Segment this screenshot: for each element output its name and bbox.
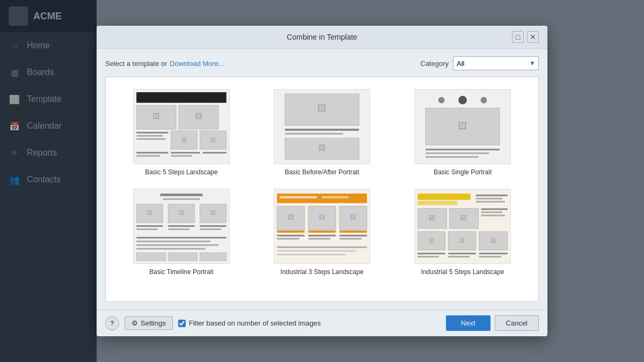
svg-text:🖼: 🖼 <box>429 238 434 243</box>
svg-rect-67 <box>308 231 335 233</box>
template-thumb-basicbeforeafter: 🖼 🖼 <box>274 89 370 164</box>
svg-rect-43 <box>136 225 163 227</box>
template-item-basicbeforeafter[interactable]: 🖼 🖼 Basic Before/After Portrait <box>252 83 392 182</box>
svg-rect-82 <box>476 198 502 200</box>
footer-left: ? ⚙ Settings Filter based on number of s… <box>105 316 321 330</box>
template-item-basic5steps[interactable]: 🖼 🖼 🖼 🖼 <box>111 83 252 182</box>
svg-rect-81 <box>476 195 508 196</box>
template-item-basictimeline[interactable]: 🖼 🖼 🖼 <box>111 182 252 282</box>
svg-text:🖼: 🖼 <box>181 137 187 143</box>
svg-text:🖼: 🖼 <box>152 112 160 120</box>
filter-row: Filter based on number of selected image… <box>178 319 321 327</box>
svg-text:🖼: 🖼 <box>459 238 465 243</box>
svg-text:🖼: 🖼 <box>210 137 216 143</box>
maximize-button[interactable]: □ <box>512 31 524 43</box>
template-name-industrial3: Industrial 3 Steps Landscape <box>281 268 364 276</box>
svg-rect-54 <box>168 253 197 261</box>
footer-right: Next Cancel <box>446 315 539 331</box>
svg-rect-99 <box>448 253 475 254</box>
svg-rect-44 <box>136 228 157 230</box>
svg-text:🖼: 🖼 <box>317 103 327 114</box>
svg-rect-66 <box>277 231 304 233</box>
download-more-link[interactable]: Download More... <box>170 60 224 68</box>
template-item-industrial3[interactable]: 🖼 🖼 🖼 <box>252 182 392 282</box>
svg-text:🖼: 🖼 <box>491 238 496 243</box>
dialog-top-bar: Select a template or Download More... Ca… <box>105 56 539 70</box>
svg-rect-73 <box>340 235 367 237</box>
template-thumb-industrial5: 🖼 🖼 🖼 🖼 <box>414 189 511 264</box>
svg-rect-98 <box>418 256 438 257</box>
svg-rect-88 <box>481 208 508 210</box>
category-select-wrapper: All Basic Industrial Modern ▼ <box>453 56 539 70</box>
svg-rect-90 <box>481 215 505 216</box>
svg-rect-7 <box>136 135 163 137</box>
filter-label: Filter based on number of selected image… <box>189 319 321 327</box>
svg-rect-48 <box>200 228 221 230</box>
svg-rect-31 <box>426 149 500 150</box>
template-name-industrial5: Industrial 5 Steps Landscape <box>421 268 504 276</box>
svg-rect-79 <box>418 194 471 200</box>
svg-rect-80 <box>418 201 457 205</box>
svg-rect-75 <box>277 246 367 248</box>
gear-icon: ⚙ <box>131 319 138 327</box>
svg-rect-47 <box>200 225 226 227</box>
svg-text:🖼: 🖼 <box>319 213 325 221</box>
svg-rect-32 <box>426 152 489 154</box>
template-item-basicsingle[interactable]: 🖼 Basic Single Portrait <box>392 83 533 182</box>
svg-rect-46 <box>168 228 189 230</box>
svg-rect-74 <box>340 238 362 240</box>
template-thumb-basictimeline: 🖼 🖼 🖼 <box>133 189 230 264</box>
next-button[interactable]: Next <box>446 315 491 331</box>
template-name-basicbeforeafter: Basic Before/After Portrait <box>285 168 360 176</box>
dialog-body: Select a template or Download More... Ca… <box>97 49 547 309</box>
svg-rect-70 <box>277 238 299 240</box>
svg-text:🖼: 🖼 <box>195 112 202 120</box>
svg-rect-100 <box>448 256 469 257</box>
settings-button[interactable]: ⚙ Settings <box>125 316 173 330</box>
svg-rect-68 <box>340 231 367 233</box>
svg-text:🖼: 🖼 <box>179 210 184 216</box>
category-row: Category All Basic Industrial Modern ▼ <box>420 56 539 70</box>
svg-rect-1 <box>136 92 226 103</box>
help-button[interactable]: ? <box>105 316 119 330</box>
dialog-overlay: Combine in Template □ ✕ Select a templat… <box>0 0 644 362</box>
svg-point-27 <box>438 97 445 104</box>
cancel-button[interactable]: Cancel <box>495 315 539 331</box>
dialog-footer: ? ⚙ Settings Filter based on number of s… <box>97 309 547 336</box>
settings-label: Settings <box>141 319 166 327</box>
svg-rect-21 <box>285 129 359 131</box>
svg-rect-72 <box>308 238 330 240</box>
svg-rect-83 <box>476 201 505 203</box>
svg-rect-50 <box>136 241 210 242</box>
svg-rect-16 <box>171 155 192 157</box>
category-label: Category <box>420 60 449 68</box>
help-icon: ? <box>110 319 114 327</box>
close-button[interactable]: ✕ <box>527 31 539 43</box>
svg-rect-13 <box>136 152 168 153</box>
templates-scroll-area[interactable]: 🖼 🖼 🖼 🖼 <box>105 77 539 302</box>
dialog-title-controls: □ ✕ <box>512 31 539 43</box>
svg-rect-102 <box>479 256 501 257</box>
svg-rect-71 <box>308 235 335 237</box>
svg-rect-52 <box>136 248 205 249</box>
svg-rect-17 <box>202 152 226 153</box>
template-thumb-basic5steps: 🖼 🖼 🖼 🖼 <box>133 89 230 164</box>
svg-text:🖼: 🖼 <box>288 213 294 221</box>
select-prompt: Select a template or Download More... <box>105 58 224 68</box>
svg-rect-59 <box>322 196 348 198</box>
category-select[interactable]: All Basic Industrial Modern <box>453 56 539 70</box>
svg-rect-55 <box>200 253 226 261</box>
svg-point-28 <box>481 97 487 104</box>
template-name-basicsingle: Basic Single Portrait <box>434 168 492 176</box>
svg-rect-49 <box>136 237 226 239</box>
svg-text:🖼: 🖼 <box>429 214 435 221</box>
template-thumb-basicsingle: 🖼 <box>414 89 511 164</box>
filter-checkbox[interactable] <box>178 320 186 327</box>
template-name-basictimeline: Basic Timeline Portrait <box>149 268 213 276</box>
template-thumb-industrial3: 🖼 🖼 🖼 <box>274 189 370 264</box>
svg-rect-77 <box>277 254 346 255</box>
svg-rect-58 <box>280 196 317 198</box>
template-item-industrial5[interactable]: 🖼 🖼 🖼 🖼 <box>392 182 533 282</box>
svg-rect-8 <box>136 138 165 140</box>
close-icon: ✕ <box>530 33 536 41</box>
